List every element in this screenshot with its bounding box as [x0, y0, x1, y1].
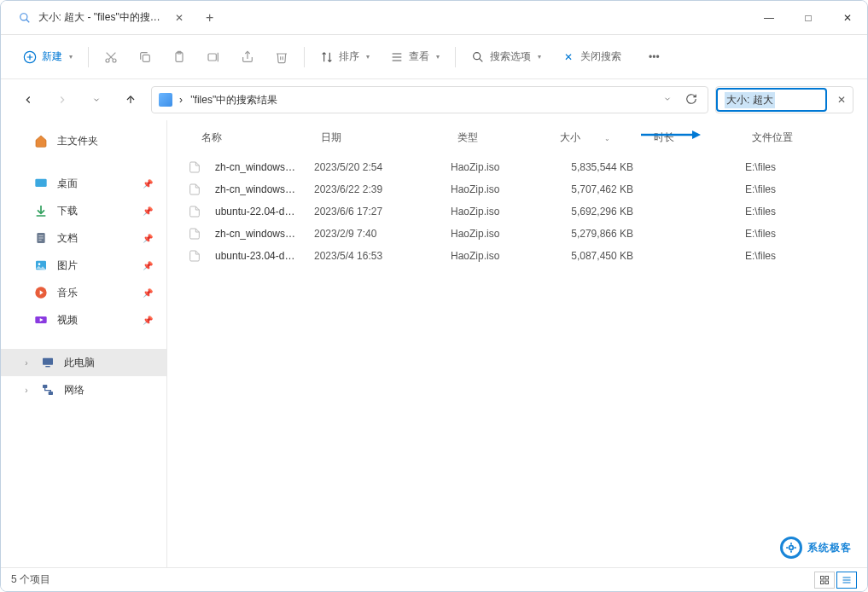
sidebar-item-desktop[interactable]: 桌面 📌	[1, 170, 166, 197]
up-button[interactable]	[117, 86, 144, 113]
share-button[interactable]	[232, 45, 263, 69]
address-bar[interactable]: › "files"中的搜索结果	[151, 86, 708, 113]
col-location[interactable]: 文件位置	[745, 127, 853, 148]
grid-view-button[interactable]	[814, 572, 835, 589]
search-container: 大小: 超大 ✕	[715, 86, 853, 113]
tab-close-button[interactable]: ✕	[173, 10, 185, 26]
address-dropdown[interactable]	[660, 90, 675, 109]
file-type: HaoZip.iso	[444, 183, 546, 195]
network-icon	[40, 382, 55, 398]
recent-button[interactable]	[83, 86, 110, 113]
col-name[interactable]: 名称	[195, 127, 314, 148]
separator	[88, 47, 89, 67]
sidebar-item-documents[interactable]: 文档 📌	[1, 224, 166, 252]
new-button[interactable]: 新建 ▾	[15, 44, 81, 69]
maximize-button[interactable]: □	[789, 1, 828, 35]
file-icon	[188, 227, 201, 241]
minimize-button[interactable]: —	[749, 1, 789, 35]
file-icon	[188, 205, 201, 218]
sort-label: 排序	[339, 49, 359, 64]
plus-circle-icon	[23, 50, 37, 64]
close-search-button[interactable]: ✕ 关闭搜索	[553, 44, 630, 69]
svg-rect-34	[45, 366, 50, 367]
close-search-label: 关闭搜索	[580, 49, 621, 64]
delete-button[interactable]	[266, 45, 297, 69]
rename-icon	[207, 50, 220, 64]
music-icon	[33, 285, 49, 300]
col-duration[interactable]: 时长	[647, 127, 745, 148]
forward-button[interactable]	[49, 86, 76, 113]
chevron-down-icon: ▾	[366, 53, 370, 61]
titlebar: 大小: 超大 - "files"中的搜索结 ✕ + — □ ✕	[1, 1, 867, 35]
home-icon	[33, 133, 49, 148]
file-size: 5,835,544 KB	[546, 161, 640, 173]
file-row[interactable]: ubuntu-22.04-des... 2023/6/6 17:27 HaoZi…	[181, 200, 853, 223]
cut-button[interactable]	[96, 45, 126, 69]
file-location: E:\files	[738, 250, 853, 262]
file-type: HaoZip.iso	[444, 206, 546, 218]
sidebar-item-music[interactable]: 音乐 📌	[1, 279, 166, 306]
close-button[interactable]: ✕	[828, 1, 867, 35]
details-view-button[interactable]	[836, 572, 857, 589]
main: 名称 日期 类型 大小⌄ 时长 文件位置 zh-cn_windows_10...…	[167, 120, 867, 567]
sidebar-item-pictures[interactable]: 图片 📌	[1, 252, 166, 279]
sidebar-item-this-pc[interactable]: › 此电脑	[1, 349, 166, 376]
file-row[interactable]: zh-cn_windows_10... 2023/5/20 2:54 HaoZi…	[181, 156, 853, 178]
svg-rect-39	[821, 576, 824, 579]
paste-button[interactable]	[164, 45, 195, 69]
col-type[interactable]: 类型	[451, 127, 553, 148]
sort-button[interactable]: 排序 ▾	[312, 44, 378, 69]
sidebar-label: 下载	[57, 204, 78, 218]
pin-icon: 📌	[143, 288, 153, 298]
download-icon	[33, 203, 49, 218]
file-name: zh-cn_windows_10...	[208, 161, 307, 173]
sidebar-item-home[interactable]: 主文件夹	[1, 127, 166, 154]
copy-button[interactable]	[130, 45, 160, 69]
search-clear-button[interactable]: ✕	[837, 94, 846, 106]
copy-icon	[138, 50, 152, 64]
file-name: ubuntu-22.04-des...	[208, 206, 307, 218]
col-date[interactable]: 日期	[314, 127, 451, 148]
chevron-right-icon[interactable]: ›	[21, 386, 32, 395]
content: 主文件夹 桌面 📌 下载 📌 文档 📌 图片 📌	[1, 120, 867, 567]
chevron-right-icon[interactable]: ›	[21, 358, 32, 368]
new-tab-button[interactable]: +	[195, 3, 224, 32]
file-date: 2023/5/20 2:54	[307, 161, 444, 173]
back-button[interactable]	[15, 86, 42, 113]
sidebar-item-downloads[interactable]: 下载 📌	[1, 197, 166, 224]
new-label: 新建	[42, 49, 62, 64]
picture-icon	[33, 258, 49, 273]
pin-icon: 📌	[143, 206, 153, 216]
refresh-button[interactable]	[682, 90, 701, 111]
file-row[interactable]: zh-cn_windows_se... 2023/2/9 7:40 HaoZip…	[181, 223, 853, 245]
more-button[interactable]: •••	[640, 46, 668, 68]
search-options-button[interactable]: 搜索选项 ▾	[463, 44, 550, 69]
cut-icon	[104, 50, 118, 64]
sidebar-item-videos[interactable]: 视频 📌	[1, 306, 166, 334]
sidebar-item-network[interactable]: › 网络	[1, 376, 166, 403]
chevron-down-icon: ▾	[69, 53, 73, 61]
file-size: 5,707,462 KB	[546, 183, 640, 195]
search-input[interactable]: 大小: 超大	[716, 88, 827, 112]
file-type: HaoZip.iso	[444, 250, 546, 262]
rename-button[interactable]	[198, 45, 229, 69]
search-options-icon	[471, 50, 485, 64]
search-icon	[18, 11, 32, 25]
col-size[interactable]: 大小⌄	[553, 127, 647, 148]
file-row[interactable]: ubuntu-23.04-des... 2023/5/4 16:53 HaoZi…	[181, 245, 853, 267]
search-options-label: 搜索选项	[490, 49, 531, 64]
view-toggles	[814, 572, 857, 589]
search-query-text: 大小: 超大	[725, 92, 775, 108]
svg-point-46	[789, 546, 794, 550]
file-name: ubuntu-23.04-des...	[208, 250, 307, 262]
item-count: 5 个项目	[11, 572, 50, 587]
document-icon	[33, 230, 49, 246]
chevron-down-icon: ▾	[436, 53, 440, 61]
file-row[interactable]: zh-cn_windows_11... 2023/6/22 2:39 HaoZi…	[181, 178, 853, 200]
view-button[interactable]: 查看 ▾	[382, 44, 448, 69]
tab[interactable]: 大小: 超大 - "files"中的搜索结 ✕	[8, 3, 195, 32]
sidebar-label: 网络	[64, 383, 84, 398]
svg-rect-35	[43, 385, 47, 388]
sidebar-label: 音乐	[57, 286, 78, 300]
svg-rect-40	[825, 576, 829, 579]
